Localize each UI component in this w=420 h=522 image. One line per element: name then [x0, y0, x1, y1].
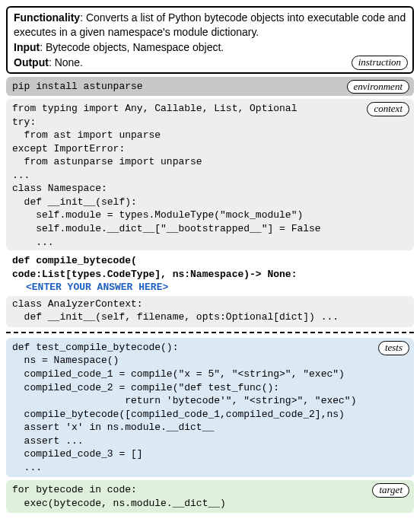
- instruction-tag: instruction: [352, 56, 408, 70]
- ctx-line: from astunparse import unparse: [12, 155, 408, 169]
- tests-tag: tests: [378, 341, 409, 355]
- ctx-line: self.module.__dict__["__bootstrapped__"]…: [12, 222, 408, 236]
- sig-line-2: code:List[types.CodeType], ns:Namespace)…: [12, 268, 408, 282]
- target-line: for bytecode in code:: [12, 483, 408, 497]
- test-line: ns = Namespace(): [12, 354, 408, 368]
- context-tag: context: [367, 102, 409, 116]
- test-line: compiled_code_1 = compile("x = 5", "<str…: [12, 368, 408, 381]
- test-line: compiled_code_3 = []: [12, 447, 408, 461]
- input-label: Input: [14, 41, 40, 53]
- ctx-line: def __init__(self):: [12, 196, 408, 209]
- ctx-after-line: def __init__(self, filename, opts:Option…: [12, 310, 408, 324]
- output-text: : None.: [49, 56, 83, 68]
- section-divider: [6, 332, 414, 333]
- ctx-line: class Namespace:: [12, 182, 408, 196]
- instruction-input: Input: Bytecode objects, Namespace objec…: [14, 40, 406, 55]
- target-panel: target for bytecode in code: exec(byteco…: [6, 480, 414, 513]
- signature-block: def compile_bytecode( code:List[types.Co…: [6, 252, 414, 296]
- ctx-after-line: class AnalyzerContext:: [12, 298, 408, 311]
- test-line: return 'bytecode'", "<string>", "exec"): [12, 394, 408, 408]
- environment-tag: environment: [347, 80, 410, 94]
- answer-placeholder: <ENTER YOUR ANSWER HERE>: [12, 281, 408, 294]
- test-line: ...: [12, 461, 408, 475]
- test-line: def test_compile_bytecode():: [12, 341, 408, 355]
- context-after-panel: class AnalyzerContext: def __init__(self…: [6, 296, 414, 327]
- instruction-output: Output: None.: [14, 56, 406, 70]
- ctx-line: ...: [12, 169, 408, 183]
- instruction-functionality: Functionality: Converts a list of Python…: [14, 11, 406, 40]
- ctx-line: self.module = types.ModuleType("mock_mod…: [12, 208, 408, 222]
- context-panel: context from typing import Any, Callable…: [6, 99, 414, 250]
- output-label: Output: [14, 56, 49, 68]
- functionality-label: Functionality: [14, 11, 80, 24]
- target-tag: target: [372, 483, 409, 498]
- ctx-line: try:: [12, 116, 408, 129]
- ctx-line: ...: [12, 236, 408, 250]
- test-line: compiled_code_2 = compile("def test_func…: [12, 381, 408, 395]
- sig-line-1: def compile_bytecode(: [12, 254, 408, 268]
- ctx-line: from typing import Any, Callable, List, …: [12, 102, 408, 116]
- ctx-line: from ast import unparse: [12, 129, 408, 142]
- test-line: assert ...: [12, 434, 408, 448]
- instruction-box: Functionality: Converts a list of Python…: [6, 6, 414, 74]
- tests-panel: tests def test_compile_bytecode(): ns = …: [6, 338, 414, 477]
- test-line: assert 'x' in ns.module.__dict__: [12, 421, 408, 434]
- input-text: : Bytecode objects, Namespace object.: [40, 41, 224, 53]
- test-line: compile_bytecode([compiled_code_1,compil…: [12, 408, 408, 422]
- environment-panel: pip install astunparse environment: [6, 77, 414, 97]
- target-line: exec(bytecode, ns.module.__dict__): [12, 497, 408, 511]
- ctx-line: except ImportError:: [12, 142, 408, 156]
